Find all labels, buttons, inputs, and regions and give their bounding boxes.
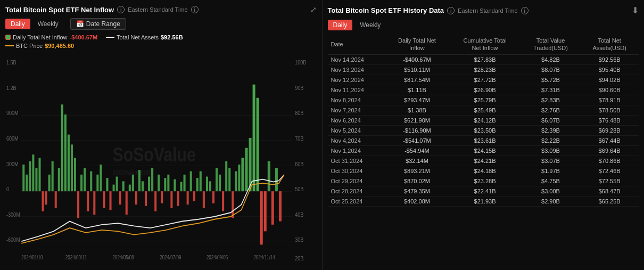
date-range-button[interactable]: 📅 Date Range — [70, 18, 126, 30]
svg-rect-67 — [145, 191, 147, 206]
svg-rect-96 — [238, 165, 240, 191]
download-icon[interactable]: ⬇ — [632, 5, 639, 15]
svg-rect-62 — [129, 185, 131, 192]
cell-cumulative: $24.12B — [449, 115, 521, 125]
right-header: Total Bitcoin Spot ETF History Data i Ea… — [328, 5, 639, 15]
svg-rect-92 — [225, 161, 227, 191]
cell-traded: $3.00B — [521, 186, 581, 196]
svg-rect-55 — [106, 178, 108, 191]
inflow-dot — [5, 35, 11, 40]
cell-assets: $78.91B — [580, 95, 639, 105]
svg-rect-70 — [154, 191, 156, 211]
svg-rect-85 — [203, 191, 205, 208]
svg-rect-68 — [148, 177, 150, 192]
svg-rect-41 — [61, 104, 63, 191]
svg-rect-76 — [174, 179, 176, 192]
tab-weekly-right[interactable]: Weekly — [354, 20, 386, 30]
table-row: Oct 25,2024 $402.08M $21.93B $2.90B $65.… — [328, 196, 639, 206]
svg-rect-45 — [74, 158, 76, 192]
right-timezone-icon[interactable]: i — [521, 7, 529, 14]
table-row: Nov 6,2024 $621.90M $24.12B $6.07B $76.4… — [328, 115, 639, 125]
right-timezone: Eastern Standard Time — [458, 7, 518, 14]
col-inflow: Daily Total NetInflow — [385, 35, 449, 54]
svg-rect-80 — [187, 191, 189, 204]
svg-rect-43 — [68, 135, 70, 192]
svg-text:50B: 50B — [295, 186, 303, 192]
svg-text:2024/03/11: 2024/03/11 — [65, 255, 87, 260]
cell-date: Oct 29,2024 — [328, 176, 385, 186]
svg-rect-86 — [206, 177, 208, 192]
cell-assets: $72.46B — [580, 166, 639, 176]
svg-rect-51 — [93, 191, 95, 215]
cell-assets: $68.47B — [580, 186, 639, 196]
cell-date: Nov 6,2024 — [328, 115, 385, 125]
svg-rect-104 — [268, 161, 270, 191]
cell-assets: $72.55B — [580, 176, 639, 186]
svg-rect-61 — [126, 191, 128, 215]
table-row: Nov 14,2024 -$400.67M $27.83B $4.82B $92… — [328, 54, 639, 64]
cell-assets: $65.25B — [580, 196, 639, 206]
left-info-icon[interactable]: i — [117, 6, 125, 13]
tab-daily-left[interactable]: Daily — [5, 19, 30, 29]
svg-rect-103 — [264, 191, 267, 231]
cell-traded: $3.07B — [521, 156, 581, 166]
cell-inflow: $817.54M — [385, 75, 449, 85]
svg-rect-82 — [193, 191, 195, 201]
svg-rect-44 — [71, 144, 73, 191]
svg-rect-53 — [100, 165, 102, 191]
cell-date: Oct 31,2024 — [328, 156, 385, 166]
table-container[interactable]: Date Daily Total NetInflow Cumulative To… — [328, 35, 639, 265]
cell-traded: $6.07B — [521, 115, 581, 125]
cell-inflow: -$541.07M — [385, 135, 449, 145]
table-row: Nov 8,2024 $293.47M $25.79B $2.83B $78.9… — [328, 95, 639, 105]
cell-traded: $7.31B — [521, 85, 581, 95]
svg-rect-101 — [257, 98, 259, 191]
right-info-icon[interactable]: i — [447, 7, 455, 14]
left-timezone-icon[interactable]: i — [191, 6, 199, 13]
tab-weekly-left[interactable]: Weekly — [32, 19, 64, 29]
table-row: Oct 29,2024 $870.02M $23.28B $4.75B $72.… — [328, 176, 639, 186]
header-row: Date Daily Total NetInflow Cumulative To… — [328, 35, 639, 54]
svg-rect-105 — [271, 191, 274, 225]
cell-traded: $5.72B — [521, 75, 581, 85]
svg-text:30B: 30B — [295, 236, 303, 243]
svg-rect-77 — [177, 191, 179, 206]
svg-text:70B: 70B — [295, 135, 303, 142]
cell-traded: $2.90B — [521, 196, 581, 206]
col-traded: Total ValueTraded(USD) — [521, 35, 581, 54]
table-body: Nov 14,2024 -$400.67M $27.83B $4.82B $92… — [328, 54, 639, 206]
svg-rect-36 — [45, 191, 47, 204]
svg-text:SoSoValue: SoSoValue — [113, 143, 196, 166]
svg-text:60B: 60B — [295, 161, 303, 167]
chart-svg: 1.5B 1.2B 900M 600M 300M 0 -300M -600M 1… — [5, 51, 317, 265]
svg-rect-63 — [132, 175, 134, 191]
svg-text:90B: 90B — [295, 85, 303, 91]
svg-rect-48 — [84, 168, 86, 191]
expand-icon[interactable]: ⤢ — [310, 5, 317, 14]
cell-assets: $78.50B — [580, 105, 639, 115]
cell-cumulative: $24.15B — [449, 145, 521, 156]
svg-text:900M: 900M — [6, 110, 19, 116]
svg-text:0: 0 — [6, 186, 9, 192]
svg-text:-300M: -300M — [6, 211, 20, 218]
cell-date: Nov 1,2024 — [328, 145, 385, 156]
history-table: Date Daily Total NetInflow Cumulative To… — [328, 35, 639, 207]
svg-rect-52 — [96, 175, 98, 191]
svg-text:20B: 20B — [295, 256, 303, 262]
table-head: Date Daily Total NetInflow Cumulative To… — [328, 35, 639, 54]
svg-rect-94 — [232, 191, 234, 218]
svg-rect-88 — [212, 191, 214, 203]
btc-label: BTC Price — [16, 43, 43, 49]
svg-rect-93 — [228, 168, 230, 191]
svg-rect-73 — [164, 178, 166, 191]
cell-traded: $1.97B — [521, 166, 581, 176]
cell-traded: $2.83B — [521, 95, 581, 105]
cell-traded: $2.76B — [521, 105, 581, 115]
cell-cumulative: $24.18B — [449, 166, 521, 176]
cell-inflow: $1.38B — [385, 105, 449, 115]
tab-daily-right[interactable]: Daily — [328, 20, 353, 30]
svg-rect-49 — [87, 191, 89, 211]
svg-rect-38 — [52, 161, 54, 191]
cell-date: Nov 14,2024 — [328, 54, 385, 64]
svg-rect-58 — [116, 177, 118, 192]
